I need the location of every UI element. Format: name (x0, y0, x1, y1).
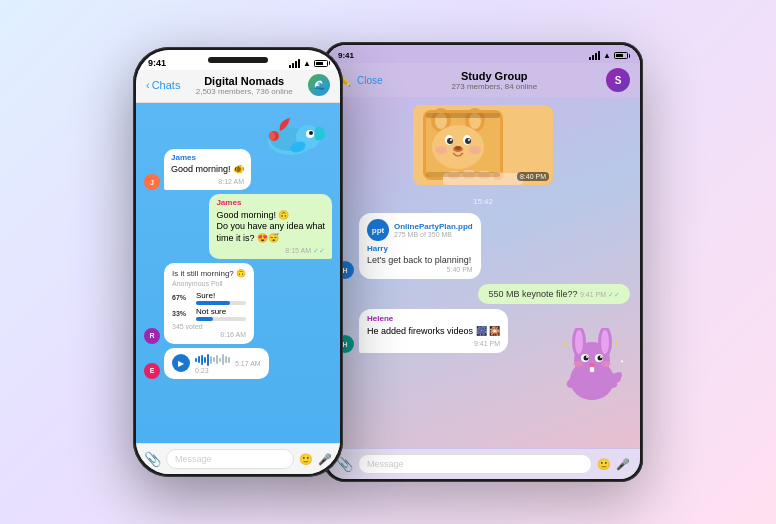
play-button[interactable]: ▶ (172, 354, 190, 372)
tablet-messages-area: 8:40 PM 15:42 H ppt OnlinePartyPlan.ppd … (326, 97, 640, 448)
phone-message-input[interactable]: Message (166, 449, 294, 469)
image-message: 8:40 PM (413, 105, 553, 188)
tablet-time: 9:41 (338, 51, 354, 60)
file-icon: ppt (367, 219, 389, 241)
phone-header-center: Digital Nomads 2,503 members, 736 online (186, 75, 302, 96)
sticker-icon[interactable]: 🙂 (597, 458, 611, 471)
svg-text:✦: ✦ (614, 341, 619, 347)
voice-duration: 0:23 (195, 367, 230, 374)
message-bubble: Helene He added fireworks videos 🎆 🎇 9:4… (359, 309, 508, 353)
poll-label: Sure! (196, 291, 246, 300)
message-time: 8:12 AM (171, 177, 244, 186)
svg-text:✦: ✦ (562, 341, 569, 350)
poll-votes: 345 voted (172, 323, 246, 330)
svg-point-45 (589, 363, 595, 367)
toast-image: 8:40 PM (413, 105, 553, 185)
tablet-message-input[interactable]: Message (358, 454, 592, 474)
battery-icon (614, 52, 628, 59)
message-sender: James (216, 198, 325, 208)
svg-point-44 (600, 356, 602, 358)
voice-message-bubble: ▶ (164, 348, 269, 379)
svg-point-6 (309, 131, 313, 135)
back-button[interactable]: ‹ Chats (146, 79, 180, 91)
file-header: ppt OnlinePartyPlan.ppd 275 MB of 350 MB (367, 219, 473, 241)
svg-rect-31 (426, 113, 500, 118)
phone-screen: 9:41 ▲ ‹ Cha (136, 50, 340, 474)
poll-bubble: Is it still morning? 🙃 Anonymous Poll 67… (164, 263, 254, 344)
file-size: 275 MB of 350 MB (394, 231, 473, 238)
input-action-icons: 🙂 🎤 (597, 458, 630, 471)
waveform (195, 353, 230, 367)
input-action-icons: 🙂 🎤 (299, 453, 332, 466)
wifi-icon: ▲ (303, 59, 311, 68)
attachment-icon[interactable]: 📎 (336, 456, 353, 472)
image-time-badge: 8:40 PM (517, 172, 549, 181)
input-placeholder: Message (367, 459, 404, 469)
sticker-icon[interactable]: 🙂 (299, 453, 313, 466)
voice-icon[interactable]: 🎤 (318, 453, 332, 466)
phone-chat-header: ‹ Chats Digital Nomads 2,503 members, 73… (136, 70, 340, 103)
svg-point-3 (269, 132, 275, 140)
svg-point-20 (450, 139, 452, 141)
table-row: 8:40 PM (336, 105, 630, 188)
large-file-bubble: 550 MB keynote file?? 9:41 PM ✓✓ (478, 284, 630, 304)
voice-icon[interactable]: 🎤 (616, 458, 630, 471)
avatar: E (144, 363, 160, 379)
phone-input-bar: 📎 Message 🙂 🎤 (136, 443, 340, 474)
message-time: 8:15 AM ✓✓ (216, 246, 325, 255)
table-row: H ppt OnlinePartyPlan.ppd 275 MB of 350 … (336, 213, 630, 279)
battery-icon (314, 60, 328, 67)
message-time: 9:41 PM ✓✓ (580, 291, 620, 298)
svg-point-25 (469, 146, 481, 154)
svg-point-42 (598, 356, 603, 361)
avatar: R (144, 328, 160, 344)
svg-point-19 (465, 138, 471, 144)
phone-device: 9:41 ▲ ‹ Cha (133, 47, 343, 477)
tablet-device: 9:41 ▲ ✏️ Close (323, 42, 643, 482)
table-row: James Good morning! 🙃Do you have any ide… (144, 194, 332, 259)
signal-icon (589, 51, 600, 60)
poll-percent: 67% (172, 294, 192, 301)
message-sender: Harry (367, 244, 473, 253)
svg-point-23 (455, 146, 461, 150)
avatar-initials: 🌊 (314, 80, 325, 90)
svg-point-41 (584, 356, 589, 361)
message-bubble: James Good morning! 🐠 8:12 AM (164, 149, 251, 190)
tablet-input-bar: 📎 Message 🙂 🎤 (326, 448, 640, 479)
message-time: 5:17 AM (235, 360, 261, 367)
phone-status-icons: ▲ (289, 59, 328, 68)
attachment-icon[interactable]: 📎 (144, 451, 161, 467)
message-text: Let's get back to planning! (367, 255, 473, 265)
svg-point-43 (586, 356, 588, 358)
svg-point-18 (447, 138, 453, 144)
message-sender: James (171, 153, 244, 163)
phone-messages-area: J James Good morning! 🐠 8:12 AM James Go… (136, 103, 340, 443)
poll-type: Anonymous Poll (172, 280, 246, 287)
close-button[interactable]: Close (357, 75, 383, 86)
poll-question: Is it still morning? 🙃 (172, 269, 246, 278)
sticker-fish (260, 103, 330, 173)
message-sender: Helene (367, 314, 500, 324)
phone-chat-avatar[interactable]: 🌊 (308, 74, 330, 96)
avatar: J (144, 174, 160, 190)
wifi-icon: ▲ (603, 51, 611, 60)
svg-point-49 (601, 361, 611, 367)
message-time: 8:16 AM (172, 331, 246, 338)
svg-point-48 (573, 361, 583, 367)
tablet-header-center: Study Group 273 members, 84 online (389, 70, 600, 91)
phone-notch (208, 57, 268, 63)
table-row: E ▶ (144, 348, 332, 379)
svg-text:✦: ✦ (620, 358, 624, 364)
tablet-chat-header: ✏️ Close Study Group 273 members, 84 onl… (326, 63, 640, 97)
svg-rect-32 (426, 172, 500, 177)
file-message-bubble: ppt OnlinePartyPlan.ppd 275 MB of 350 MB… (359, 213, 481, 279)
svg-point-24 (435, 146, 447, 154)
tablet-chat-avatar[interactable]: S (606, 68, 630, 92)
tablet-status-bar: 9:41 ▲ (326, 45, 640, 63)
list-item: 33% Not sure (172, 307, 246, 321)
svg-point-53 (616, 372, 622, 378)
phone-chat-name: Digital Nomads (186, 75, 302, 87)
tablet-screen: 9:41 ▲ ✏️ Close (326, 45, 640, 479)
file-name: OnlinePartyPlan.ppd (394, 222, 473, 231)
svg-point-21 (468, 139, 470, 141)
